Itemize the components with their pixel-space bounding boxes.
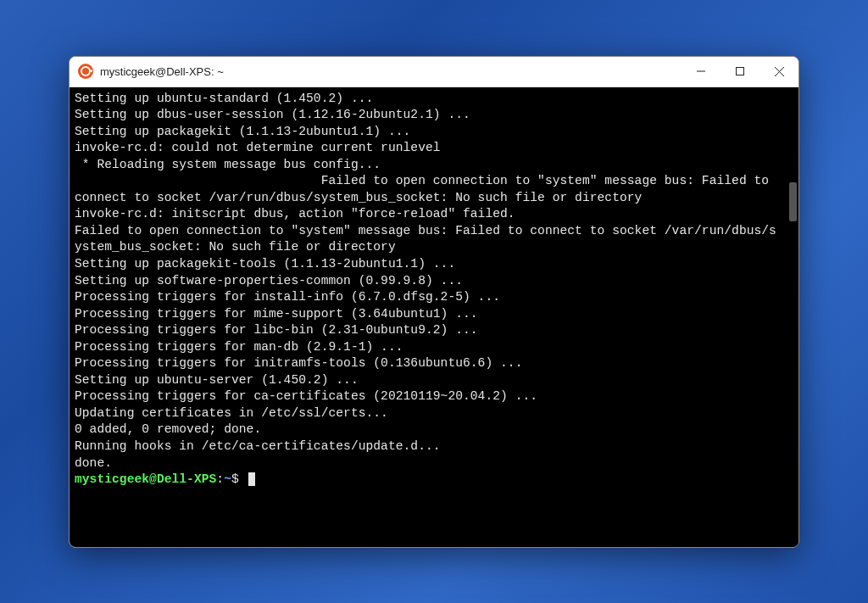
window-title: mysticgeek@Dell-XPS: ~	[100, 65, 224, 78]
svg-rect-1	[737, 68, 744, 75]
minimize-icon	[697, 67, 705, 75]
maximize-icon	[736, 67, 744, 75]
scrollbar[interactable]	[787, 87, 798, 547]
terminal-line: invoke-rc.d: initscript dbus, action "fo…	[75, 206, 782, 223]
ubuntu-icon	[78, 64, 93, 79]
terminal-line: Setting up packagekit-tools (1.1.13-2ubu…	[75, 256, 782, 273]
terminal-window: mysticgeek@Dell-XPS: ~ Setting up ubuntu…	[69, 56, 799, 548]
prompt-path: ~	[224, 472, 231, 486]
terminal-line: Setting up ubuntu-standard (1.450.2) ...	[75, 91, 782, 108]
terminal-line: 0 added, 0 removed; done.	[75, 422, 782, 438]
terminal-line: Setting up software-properties-common (0…	[75, 273, 782, 290]
terminal-line: Running hooks in /etc/ca-certificates/up…	[75, 438, 782, 455]
terminal-cursor	[248, 472, 255, 486]
scrollbar-thumb[interactable]	[789, 182, 797, 221]
terminal-line: Failed to open connection to "system" me…	[75, 173, 782, 206]
terminal-line: Setting up dbus-user-session (1.12.16-2u…	[75, 107, 782, 124]
terminal-line: invoke-rc.d: could not determine current…	[75, 140, 782, 157]
terminal-line: Failed to open connection to "system" me…	[75, 223, 782, 256]
terminal-prompt[interactable]: mysticgeek@Dell-XPS:~$	[75, 472, 782, 489]
terminal-line: Updating certificates in /etc/ssl/certs.…	[75, 405, 782, 422]
terminal-line: done.	[75, 455, 782, 472]
terminal-line: Processing triggers for libc-bin (2.31-0…	[75, 322, 782, 339]
titlebar: mysticgeek@Dell-XPS: ~	[70, 57, 798, 87]
terminal-line: Processing triggers for mime-support (3.…	[75, 306, 782, 323]
terminal-line: Processing triggers for ca-certificates …	[75, 388, 782, 405]
terminal-output[interactable]: Setting up ubuntu-standard (1.450.2) ...…	[70, 87, 787, 547]
minimize-button[interactable]	[682, 57, 721, 87]
prompt-user-host: mysticgeek@Dell-XPS	[75, 472, 216, 486]
terminal-line: Setting up ubuntu-server (1.450.2) ...	[75, 372, 782, 389]
terminal-line: Processing triggers for initramfs-tools …	[75, 355, 782, 372]
prompt-symbol: $	[231, 472, 239, 486]
title-left: mysticgeek@Dell-XPS: ~	[78, 64, 224, 79]
maximize-button[interactable]	[721, 57, 760, 87]
prompt-separator: :	[216, 472, 224, 486]
terminal-line: Setting up packagekit (1.1.13-2ubuntu1.1…	[75, 124, 782, 141]
terminal-area: Setting up ubuntu-standard (1.450.2) ...…	[70, 87, 798, 547]
close-icon	[775, 67, 784, 76]
window-controls	[682, 57, 798, 87]
terminal-line: Processing triggers for install-info (6.…	[75, 289, 782, 306]
terminal-line: * Reloading system message bus config...	[75, 157, 782, 174]
close-button[interactable]	[760, 57, 798, 87]
terminal-line: Processing triggers for man-db (2.9.1-1)…	[75, 339, 782, 356]
